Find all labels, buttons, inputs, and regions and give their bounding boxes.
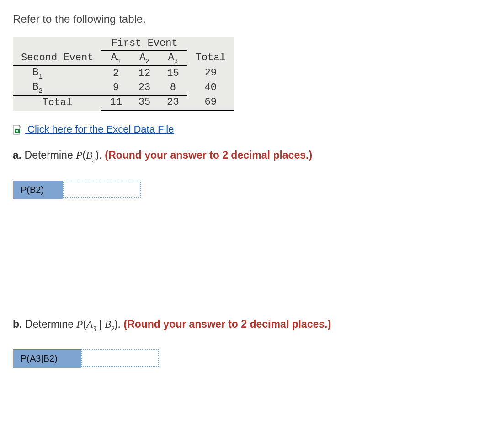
cell-b2-total: 40 [187,80,234,95]
cell-b1-total: 29 [187,65,234,80]
cell-b2-a1: 9 [101,80,130,95]
answer-row-b: P(A3|B2) [13,349,477,368]
cell-b2-a3: 8 [159,80,187,95]
question-a: a. Determine P(B2). (Round your answer t… [13,149,477,163]
intro-text: Refer to the following table. [13,13,477,26]
cell-total-a1: 11 [101,95,130,110]
cell-b1-a1: 2 [101,65,130,80]
answer-input-pb2[interactable] [63,181,141,198]
svg-marker-1 [20,125,21,127]
row-total-label: Total [13,95,101,110]
answer-input-pa3b2[interactable] [81,349,159,367]
col-a3: A3 [159,50,187,65]
cell-total-a3: 23 [159,95,187,110]
row-total: Total 11 35 23 69 [13,95,234,110]
second-event-header: Second Event [13,50,101,65]
answer-label-pb2: P(B2) [13,181,63,199]
row-b2: B2 9 23 8 40 [13,80,234,95]
excel-file-icon: X [13,125,22,135]
first-event-header: First Event [101,37,187,50]
col-total: Total [187,50,234,65]
cell-b1-a2: 12 [130,65,159,80]
col-a1: A1 [101,50,130,65]
col-a2: A2 [130,50,159,65]
svg-text:X: X [16,129,19,133]
cell-total-a2: 35 [130,95,159,110]
answer-row-a: P(B2) [13,181,477,199]
contingency-table: First Event Second Event A1 A2 A3 Total … [13,37,234,111]
cell-b1-a3: 15 [159,65,187,80]
excel-data-file-link[interactable]: Click here for the Excel Data File [25,123,174,135]
answer-label-pa3b2: P(A3|B2) [13,349,81,368]
row-b1: B1 2 12 15 29 [13,65,234,80]
question-b: b. Determine P(A3 | B2). (Round your ans… [13,318,477,332]
cell-b2-a2: 23 [130,80,159,95]
cell-grand-total: 69 [187,95,234,110]
